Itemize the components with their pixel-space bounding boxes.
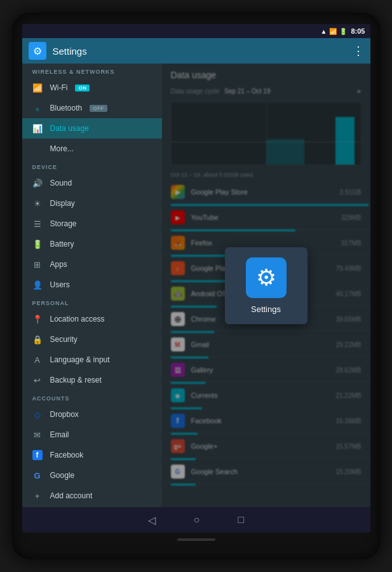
email-icon: ✉ xyxy=(32,430,43,440)
sidebar-storage-label: Storage xyxy=(50,219,77,228)
sidebar-location-label: Location access xyxy=(50,315,105,323)
sidebar-facebook-label: Facebook xyxy=(50,451,84,460)
storage-icon: ☰ xyxy=(32,219,43,229)
sidebar-backup-label: Backup & reset xyxy=(50,376,102,385)
sidebar-email-label: Email xyxy=(50,430,69,439)
main-content: WIRELESS & NETWORKS 📶 Wi-Fi ON ⬦ Bluetoo… xyxy=(22,64,370,507)
sidebar-item-bluetooth[interactable]: ⬦ Bluetooth OFF xyxy=(22,98,162,118)
wifi-toggle[interactable]: ON xyxy=(75,85,90,92)
sidebar-sound-label: Sound xyxy=(50,179,72,187)
tablet-bottom xyxy=(177,533,215,547)
sidebar: WIRELESS & NETWORKS 📶 Wi-Fi ON ⬦ Bluetoo… xyxy=(22,64,162,507)
users-icon: 👤 xyxy=(32,280,43,290)
language-icon: A xyxy=(32,355,43,365)
app-bar: ⚙ Settings ⋮ xyxy=(22,38,370,64)
sound-icon: 🔊 xyxy=(32,178,43,188)
location-icon: 📍 xyxy=(32,314,43,324)
sidebar-google-label: Google xyxy=(50,471,75,480)
add-account-icon: + xyxy=(32,491,43,501)
data-usage-icon: 📊 xyxy=(32,123,43,133)
backup-icon: ↩ xyxy=(32,375,43,385)
status-bar: ▲ 📶 🔋 8:05 xyxy=(22,24,370,38)
sidebar-item-battery[interactable]: 🔋 Battery xyxy=(22,234,162,254)
status-icons: ▲ 📶 🔋 xyxy=(321,28,348,35)
sidebar-item-storage[interactable]: ☰ Storage xyxy=(22,214,162,234)
more-icon xyxy=(32,144,43,154)
facebook-icon: f xyxy=(32,450,43,460)
bluetooth-icon: ⬦ xyxy=(32,103,43,113)
section-header-wireless: WIRELESS & NETWORKS xyxy=(22,64,162,78)
settings-popup-label: Settings xyxy=(251,304,281,314)
right-panel: Data usage Data usage cycle Sep 21 – Oct… xyxy=(162,64,370,507)
sidebar-dropbox-label: Dropbox xyxy=(50,410,79,419)
overlay: ⚙ Settings xyxy=(162,64,370,507)
sidebar-item-language[interactable]: A Language & input xyxy=(22,350,162,370)
sidebar-item-display[interactable]: ☀ Display xyxy=(22,193,162,214)
sidebar-item-data-usage[interactable]: 📊 Data usage xyxy=(22,118,162,139)
sidebar-item-dropbox[interactable]: ◇ Dropbox xyxy=(22,404,162,425)
sidebar-item-more[interactable]: More... xyxy=(22,139,162,159)
status-time: 8:05 xyxy=(351,27,365,35)
sidebar-item-security[interactable]: 🔒 Security xyxy=(22,329,162,350)
sidebar-users-label: Users xyxy=(50,280,70,289)
signal-icon: ▲ xyxy=(321,28,327,35)
sidebar-item-apps[interactable]: ⊞ Apps xyxy=(22,254,162,275)
apps-icon: ⊞ xyxy=(32,259,43,269)
tablet-frame: ▲ 📶 🔋 8:05 ⚙ Settings ⋮ WIRELESS & NETWO… xyxy=(12,13,381,559)
display-icon: ☀ xyxy=(32,198,43,208)
wifi-icon: 📶 xyxy=(329,28,337,35)
sidebar-item-add-account[interactable]: + Google Play Store Add account xyxy=(22,486,162,506)
nav-bar: ◁ ○ □ xyxy=(22,507,370,533)
sidebar-add-account-text: Add account xyxy=(50,491,93,500)
section-header-system: SYSTEM xyxy=(22,506,162,507)
settings-popup-icon: ⚙ xyxy=(246,257,287,298)
app-bar-title: Settings xyxy=(53,46,346,57)
sidebar-more-label: More... xyxy=(50,144,74,153)
battery-icon: 🔋 xyxy=(32,239,43,249)
section-header-device: DEVICE xyxy=(22,159,162,173)
sidebar-bluetooth-label: Bluetooth xyxy=(50,104,83,112)
home-indicator xyxy=(177,538,215,541)
sidebar-language-label: Language & input xyxy=(50,355,110,364)
sidebar-item-google[interactable]: G Google xyxy=(22,465,162,486)
dropbox-icon: ◇ xyxy=(32,409,43,419)
screen: ▲ 📶 🔋 8:05 ⚙ Settings ⋮ WIRELESS & NETWO… xyxy=(22,24,370,533)
section-header-personal: PERSONAL xyxy=(22,295,162,309)
bluetooth-toggle[interactable]: OFF xyxy=(90,105,107,112)
google-icon: G xyxy=(32,470,43,480)
sidebar-battery-label: Battery xyxy=(50,240,74,249)
sidebar-security-label: Security xyxy=(50,335,78,344)
settings-gear-icon: ⚙ xyxy=(256,264,276,291)
sidebar-apps-label: Apps xyxy=(50,260,67,269)
sidebar-wifi-label: Wi-Fi xyxy=(50,83,68,92)
overflow-menu-button[interactable]: ⋮ xyxy=(353,44,364,58)
settings-popup: ⚙ Settings xyxy=(225,247,308,324)
security-icon: 🔒 xyxy=(32,334,43,344)
recent-apps-button[interactable]: □ xyxy=(238,514,245,526)
sidebar-display-label: Display xyxy=(50,199,75,208)
sidebar-item-facebook[interactable]: f Facebook xyxy=(22,445,162,465)
battery-icon: 🔋 xyxy=(339,28,347,35)
sidebar-item-users[interactable]: 👤 Users xyxy=(22,275,162,295)
sidebar-item-location[interactable]: 📍 Location access xyxy=(22,309,162,329)
sidebar-data-usage-label: Data usage xyxy=(50,124,89,133)
sidebar-item-email[interactable]: ✉ Email xyxy=(22,425,162,445)
sidebar-item-wifi[interactable]: 📶 Wi-Fi ON xyxy=(22,78,162,98)
section-header-accounts: ACCOUNTS xyxy=(22,390,162,404)
sidebar-item-backup[interactable]: ↩ Backup & reset xyxy=(22,370,162,390)
back-button[interactable]: ◁ xyxy=(148,514,156,526)
wifi-icon: 📶 xyxy=(32,83,43,93)
settings-app-icon: ⚙ xyxy=(29,42,46,60)
home-button[interactable]: ○ xyxy=(194,514,200,526)
sidebar-item-sound[interactable]: 🔊 Sound xyxy=(22,173,162,193)
